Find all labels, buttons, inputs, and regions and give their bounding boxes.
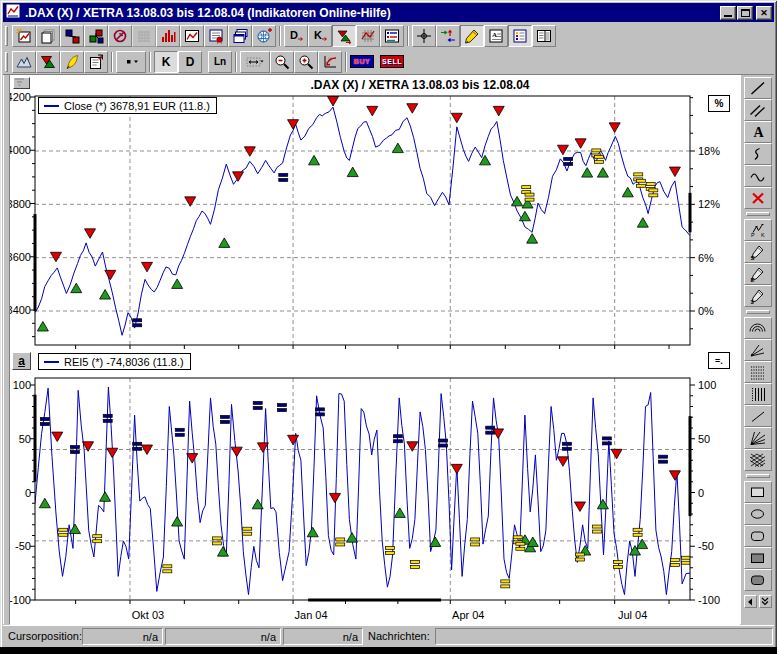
detach-k-button[interactable]: K [308,25,332,47]
buy-signal-marker [172,517,183,527]
maximize-button[interactable] [737,6,753,20]
report-window-button[interactable] [204,25,228,47]
trend-line-tool-button[interactable] [744,77,772,99]
zoom-out-button[interactable] [270,51,294,73]
toolbar-grip[interactable] [746,474,770,478]
big-triangles-button[interactable] [36,51,60,73]
oscillator-plot-border[interactable] [35,378,690,600]
cursor-position-label: Cursorposition: [8,630,82,642]
parallel-lines-tool-button[interactable] [744,99,772,121]
copy-pages-button[interactable] [36,25,60,47]
pause_yellow-marker [636,179,645,182]
gann-fan-tool-button[interactable] [744,427,772,449]
ellipse-tool-button[interactable] [744,503,772,525]
button-d[interactable]: D [178,51,202,73]
buy-badge-button[interactable]: BUY [350,55,374,68]
axis-shift-button[interactable] [318,51,342,73]
peak-signal-tool-button[interactable]: PK [744,219,772,241]
split-window-button[interactable] [532,25,556,47]
pencil-3-tool-button[interactable]: 3 [744,285,772,307]
toolbar-grip[interactable] [746,212,770,216]
sell-signal-marker [244,147,255,157]
zoom-in-button[interactable] [294,51,318,73]
new-chart-button[interactable] [12,25,36,47]
indicator-lines-button[interactable] [380,25,404,47]
percent-scale-box[interactable]: % [708,95,730,112]
notes-doc-button[interactable]: A [484,25,508,47]
wave-curve-tool-button[interactable] [744,165,772,187]
filled-rectangle-tool-button[interactable] [744,547,772,569]
pencil-e-tool-button[interactable]: E [744,263,772,285]
diagonal-line-tool-button[interactable] [744,405,772,427]
pause_yellow-marker [513,536,522,539]
window-stack-button[interactable] [228,25,252,47]
signal-triangles-button[interactable] [332,25,356,47]
detach-d-button[interactable]: D [284,25,308,47]
mountain-chart-button[interactable] [12,51,36,73]
link-objects-red-button[interactable] [60,25,84,47]
toolbar-grip[interactable] [746,310,770,314]
price-line [35,107,690,335]
pause_dark-marker [486,426,495,429]
sell-signal-marker [493,106,504,116]
zigzag-freehand-tool-button[interactable] [744,143,772,165]
price-legend[interactable]: Close (*) 3678,91 EUR (11.8.) [38,97,217,114]
panel-a-button[interactable]: a [12,352,31,370]
buy-signal-marker [100,290,111,300]
pencil-s-tool-button[interactable]: S [744,241,772,263]
indicator-list-button[interactable] [508,25,532,47]
bottom-edge [0,647,777,654]
filter-collapse-button[interactable] [13,77,30,89]
chart-plot-svg[interactable]: 4200400038003600340018%12%6%0%1001005050… [10,75,740,625]
sell-badge-button[interactable]: SELL [380,55,404,68]
data-grid-button[interactable] [132,25,156,47]
maximize-icon [741,9,750,17]
price-plot-border[interactable] [35,96,690,345]
scroll-left-button[interactable] [744,595,757,608]
vertical-grid-tool-button[interactable] [744,383,772,405]
pause_yellow-marker [592,525,601,528]
oscillator-scale-box[interactable]: =. [708,352,730,369]
volume-bars-button[interactable] [156,25,180,47]
toolbar-grip[interactable] [5,26,8,46]
properties-sheet-button[interactable] [84,51,108,73]
line-chart-button[interactable] [180,25,204,47]
sell-signal-marker [50,252,61,262]
oscillator-legend[interactable]: REI5 (*) -74,8036 (11.8.) [38,353,191,370]
left-splitter[interactable] [3,75,10,624]
scroll-down-button[interactable] [759,595,772,608]
pencil-fan-tool-button[interactable] [744,339,772,361]
delete-red-x-tool-button[interactable] [744,187,772,209]
filled-rounded-rectangle-tool-button[interactable] [744,569,772,591]
quill-pen-button[interactable] [60,51,84,73]
draw-pencil-button[interactable] [460,25,484,47]
oscillator-scale-label: =. [715,356,723,366]
pause_yellow-marker [93,535,102,538]
button-ln[interactable]: Ln [208,51,232,73]
concentric-arcs-tool-button[interactable] [744,317,772,339]
no-indicator-button[interactable] [108,25,132,47]
chart-grid-button[interactable] [356,25,380,47]
toolbar-grip[interactable] [5,52,8,72]
pause_yellow-marker [670,558,679,561]
rounded-rectangle-tool-button[interactable] [744,525,772,547]
text-label-tool-button[interactable]: A [744,121,772,143]
world-chart-button[interactable] [252,25,276,47]
svg-text:P: P [751,232,755,238]
fibonacci-hlines-tool-button[interactable] [744,361,772,383]
minimize-button[interactable] [720,6,736,20]
line-width-dot-combo[interactable] [116,51,146,73]
pause_yellow-marker [410,566,419,569]
shift-arrows-button[interactable] [436,25,460,47]
pause_dark-marker [103,414,112,417]
crosshatch-tool-button[interactable] [744,449,772,471]
buy-signal-marker [527,234,538,244]
chart-canvas[interactable]: 4200400038003600340018%12%6%0%1001005050… [10,75,740,625]
link-objects-green-button[interactable] [84,25,108,47]
close-button[interactable]: ✕ [756,6,772,20]
button-k[interactable]: K [154,51,178,73]
h-span-arrows-combo[interactable] [240,51,270,73]
rectangle-tool-button[interactable] [744,481,772,503]
chart-toolbar: KDLnBUYSELL [3,49,774,75]
crosshair-button[interactable] [412,25,436,47]
